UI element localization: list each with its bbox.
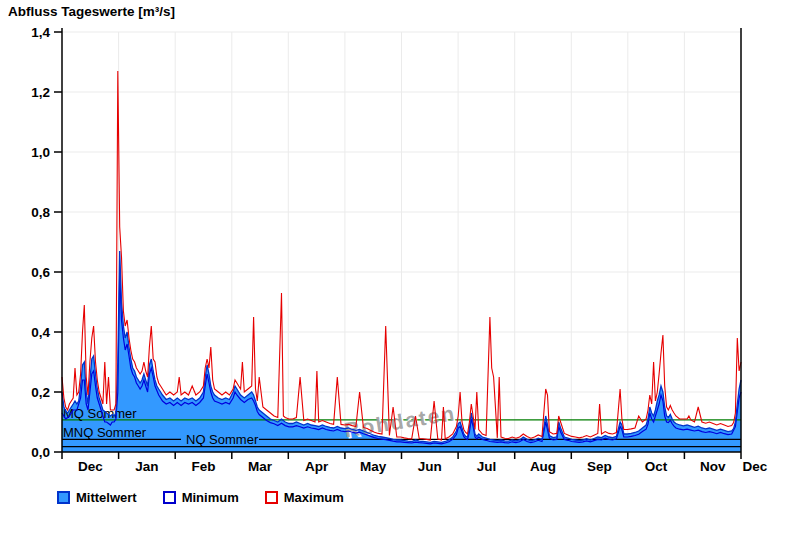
x-tick-label: Apr (305, 459, 329, 474)
x-tick-label: Dec (78, 459, 103, 474)
mnq-sommer-label: MNQ Sommer (63, 425, 147, 440)
legend-label-mittelwert: Mittelwert (76, 490, 137, 505)
x-tick-label: Aug (530, 459, 556, 474)
y-tick-label: 1,2 (31, 85, 50, 100)
discharge-chart: MQ SommerMNQ SommerNQ SommerRohdatenRohd… (0, 0, 800, 550)
chart-window: MQ SommerMNQ SommerNQ SommerRohdatenRohd… (0, 0, 800, 550)
legend-item-minimum: Minimum (163, 490, 239, 505)
legend-item-mittelwert: Mittelwert (57, 490, 137, 505)
legend-label-minimum: Minimum (182, 490, 239, 505)
x-tick-label: Jul (477, 459, 497, 474)
x-tick-label: Jun (418, 459, 442, 474)
x-tick-label: May (360, 459, 387, 474)
chart-title: Abfluss Tageswerte [m³/s] (8, 4, 175, 19)
x-tick-label: Mar (248, 459, 273, 474)
x-tick-label: Dec (743, 459, 768, 474)
watermark-text: Rohdaten (343, 401, 458, 441)
y-tick-label: 1,0 (31, 145, 50, 160)
y-tick-label: 0,4 (31, 325, 50, 340)
nq-sommer-label: NQ Sommer (186, 432, 259, 447)
y-tick-label: 0,0 (31, 445, 50, 460)
legend-item-maximum: Maximum (265, 490, 344, 505)
y-tick-label: 1,4 (31, 25, 50, 40)
legend-label-maximum: Maximum (284, 490, 344, 505)
y-tick-label: 0,2 (31, 385, 50, 400)
legend: Mittelwert Minimum Maximum (57, 490, 344, 505)
x-tick-labels: DecJanFebMarAprMayJunJulAugSepOctNovDec (78, 459, 768, 474)
x-tick-label: Feb (191, 459, 215, 474)
mean-swatch-icon (57, 491, 70, 504)
x-tick-label: Nov (700, 459, 726, 474)
gridlines (62, 32, 741, 452)
x-tick-label: Oct (645, 459, 668, 474)
y-tick-label: 0,8 (31, 205, 50, 220)
y-tick-label: 0,6 (31, 265, 50, 280)
max-swatch-icon (265, 491, 278, 504)
x-tick-label: Sep (587, 459, 612, 474)
min-swatch-icon (163, 491, 176, 504)
y-tick-labels: 0,00,20,40,60,81,01,21,4 (31, 25, 50, 460)
x-tick-label: Jan (135, 459, 158, 474)
